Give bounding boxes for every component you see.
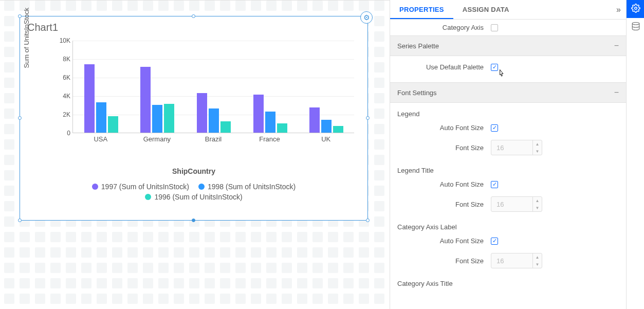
legend-title-font-size-input[interactable]: 16 ▲▼ bbox=[491, 196, 542, 212]
resize-handle[interactable] bbox=[366, 219, 370, 222]
spinner[interactable]: ▲▼ bbox=[532, 197, 542, 211]
chart-widget[interactable]: ⚙ Chart1 Sum of UnitsInStock 02K4K6K8K10… bbox=[20, 16, 368, 221]
resize-handle[interactable] bbox=[18, 116, 22, 120]
legend-label: 1997 (Sum of UnitsInStock) bbox=[101, 183, 189, 191]
chart-title: Chart1 bbox=[20, 16, 367, 35]
resize-handle[interactable] bbox=[192, 14, 195, 18]
properties-rail-button[interactable] bbox=[627, 0, 644, 18]
spinner[interactable]: ▲▼ bbox=[532, 253, 542, 268]
design-canvas[interactable]: ⚙ Chart1 Sum of UnitsInStock 02K4K6K8K10… bbox=[0, 0, 390, 309]
widget-settings-button[interactable]: ⚙ bbox=[360, 11, 373, 24]
spinner[interactable]: ▲▼ bbox=[532, 140, 542, 155]
legend-title-font-size-row: Font Size 16 ▲▼ bbox=[390, 192, 626, 216]
series-palette-header[interactable]: Series Palette − bbox=[390, 35, 626, 56]
legend-font-size-label: Font Size bbox=[397, 144, 491, 152]
legend-font-size-row: Font Size 16 ▲▼ bbox=[390, 136, 626, 159]
resize-handle[interactable] bbox=[366, 116, 370, 120]
use-default-palette-row: Use Default Palette bbox=[390, 56, 626, 82]
legend-label: 1998 (Sum of UnitsInStock) bbox=[208, 183, 296, 191]
minus-icon: − bbox=[614, 88, 619, 97]
resize-handle[interactable] bbox=[18, 14, 22, 18]
use-default-palette-checkbox[interactable] bbox=[491, 64, 498, 71]
legend-auto-font-label: Auto Font Size bbox=[397, 124, 491, 132]
font-settings-title: Font Settings bbox=[397, 89, 437, 97]
cat-axis-label-heading: Category Axis Label bbox=[390, 216, 626, 233]
legend-item[interactable]: 1996 (Sum of UnitsInStock) bbox=[145, 193, 242, 201]
data-rail-button[interactable] bbox=[627, 18, 644, 36]
resize-handle[interactable] bbox=[18, 219, 22, 222]
chart-legend: 1997 (Sum of UnitsInStock)1998 (Sum of U… bbox=[41, 183, 347, 201]
plot-area bbox=[72, 41, 354, 133]
panel-tabs: PROPERTIES ASSIGN DATA » bbox=[390, 0, 626, 20]
database-icon bbox=[631, 22, 640, 33]
font-settings-header[interactable]: Font Settings − bbox=[390, 82, 626, 103]
legend-label: 1996 (Sum of UnitsInStock) bbox=[154, 193, 242, 201]
category-axis-label: Category Axis bbox=[397, 24, 491, 31]
panel-collapse-button[interactable]: » bbox=[616, 5, 621, 14]
y-axis-ticks: 02K4K6K8K10K bbox=[50, 41, 70, 133]
legend-item[interactable]: 1998 (Sum of UnitsInStock) bbox=[198, 183, 296, 191]
legend-title-heading: Legend Title bbox=[390, 159, 626, 176]
right-tool-rail bbox=[626, 0, 644, 309]
legend-heading: Legend bbox=[390, 103, 626, 120]
legend-font-size-input[interactable]: 16 ▲▼ bbox=[491, 140, 542, 155]
x-axis-categories: USAGermanyBrazilFranceUK bbox=[72, 135, 354, 143]
legend-title-font-size-label: Font Size bbox=[397, 201, 491, 208]
chart-plot: Sum of UnitsInStock 02K4K6K8K10K USAGerm… bbox=[30, 41, 359, 149]
properties-panel: PROPERTIES ASSIGN DATA » Category Axis S… bbox=[390, 0, 626, 309]
legend-swatch bbox=[145, 194, 151, 200]
series-palette-title: Series Palette bbox=[397, 42, 439, 50]
legend-swatch bbox=[198, 184, 205, 190]
legend-title-auto-font-label: Auto Font Size bbox=[397, 180, 491, 188]
legend-title-auto-font-row: Auto Font Size bbox=[390, 176, 626, 192]
legend-font-size-value: 16 bbox=[491, 144, 532, 152]
tab-assign-data[interactable]: ASSIGN DATA bbox=[453, 0, 519, 19]
category-axis-row: Category Axis bbox=[390, 20, 626, 35]
cat-axis-label-font-size-label: Font Size bbox=[397, 257, 491, 265]
legend-auto-font-checkbox[interactable] bbox=[491, 124, 498, 132]
legend-item[interactable]: 1997 (Sum of UnitsInStock) bbox=[92, 183, 189, 191]
legend-auto-font-row: Auto Font Size bbox=[390, 120, 626, 136]
y-axis-label: Sum of UnitsInStock bbox=[23, 8, 30, 68]
svg-point-1 bbox=[632, 22, 639, 25]
legend-swatch bbox=[92, 184, 98, 190]
gear-icon: ⚙ bbox=[363, 13, 370, 22]
cat-axis-label-font-size-input[interactable]: 16 ▲▼ bbox=[491, 253, 542, 268]
cat-axis-label-auto-font-checkbox[interactable] bbox=[491, 238, 498, 245]
use-default-palette-label: Use Default Palette bbox=[397, 63, 491, 71]
legend-title-font-size-value: 16 bbox=[491, 201, 532, 208]
cat-axis-label-auto-font-label: Auto Font Size bbox=[397, 237, 491, 245]
chevron-right-double-icon: » bbox=[616, 5, 621, 14]
svg-point-0 bbox=[634, 7, 637, 9]
category-axis-checkbox[interactable] bbox=[491, 24, 498, 31]
cat-axis-label-font-size-row: Font Size 16 ▲▼ bbox=[390, 249, 626, 272]
cat-axis-label-auto-font-row: Auto Font Size bbox=[390, 233, 626, 249]
cat-axis-title-heading: Category Axis Title bbox=[390, 272, 626, 289]
gear-icon bbox=[631, 4, 640, 15]
minus-icon: − bbox=[614, 41, 619, 50]
resize-handle[interactable] bbox=[192, 219, 195, 222]
x-axis-label: ShipCountry bbox=[20, 167, 367, 175]
tab-properties[interactable]: PROPERTIES bbox=[390, 0, 453, 19]
cat-axis-label-font-size-value: 16 bbox=[491, 257, 532, 265]
legend-title-auto-font-checkbox[interactable] bbox=[491, 181, 498, 188]
